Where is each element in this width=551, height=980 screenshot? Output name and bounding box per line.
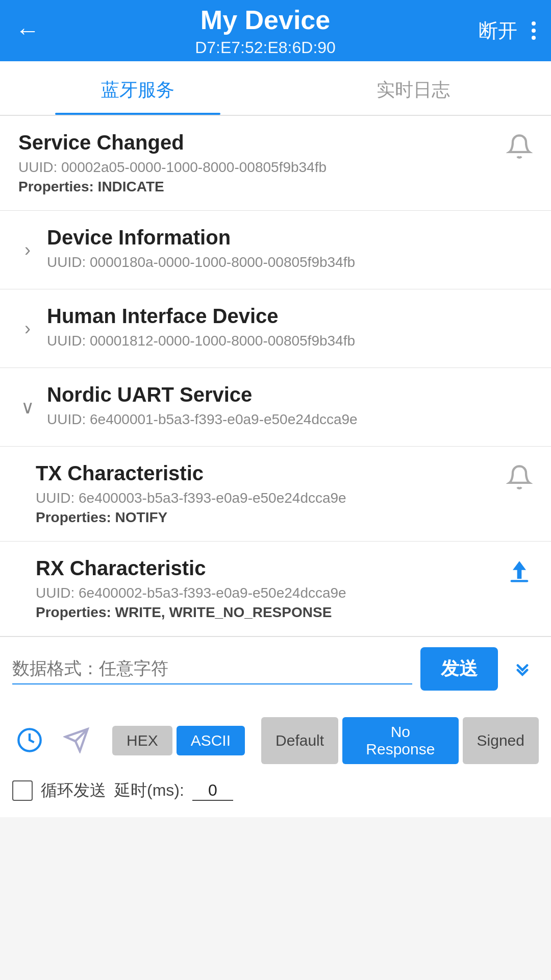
service-changed-name: Service Changed xyxy=(18,131,496,154)
repeat-send-label: 循环发送 xyxy=(41,779,106,802)
nordic-uart-info: Nordic UART Service UUID: 6e400001-b5a3-… xyxy=(47,383,533,431)
dot1 xyxy=(532,21,536,26)
repeat-row: 循环发送 延时(ms): xyxy=(0,774,551,817)
send-button[interactable]: 发送 xyxy=(420,647,498,691)
tab-realtime-log[interactable]: 实时日志 xyxy=(276,61,551,115)
tab-bar: 蓝牙服务 实时日志 xyxy=(0,61,551,116)
ascii-button[interactable]: ASCII xyxy=(177,726,245,755)
signed-button[interactable]: Signed xyxy=(463,717,539,764)
no-response-button[interactable]: No Response xyxy=(342,717,458,764)
send-icon-button[interactable] xyxy=(59,723,94,759)
expand-input-button[interactable] xyxy=(506,652,539,686)
header-title-block: My Device D7:E7:52:E8:6D:90 xyxy=(52,4,479,57)
header-actions: 断开 xyxy=(479,18,536,44)
tx-char-uuid: UUID: 6e400003-b5a3-f393-e0a9-e50e24dcca… xyxy=(36,490,496,506)
device-information-item[interactable]: › Device Information UUID: 0000180a-0000… xyxy=(0,211,551,289)
device-information-uuid: UUID: 0000180a-0000-1000-8000-00805f9b34… xyxy=(47,254,533,271)
app-header: ← My Device D7:E7:52:E8:6D:90 断开 xyxy=(0,0,551,61)
human-interface-name: Human Interface Device xyxy=(47,305,533,328)
dot3 xyxy=(532,36,536,40)
device-information-header: › Device Information UUID: 0000180a-0000… xyxy=(18,226,533,274)
service-changed-item: Service Changed UUID: 00002a05-0000-1000… xyxy=(0,116,551,211)
back-button[interactable]: ← xyxy=(15,18,40,43)
response-group: Default No Response Signed xyxy=(261,717,539,764)
nordic-uart-header: ∨ Nordic UART Service UUID: 6e400001-b5a… xyxy=(18,383,533,431)
tab-bluetooth[interactable]: 蓝牙服务 xyxy=(0,61,276,115)
tx-char-info: TX Characteristic UUID: 6e400003-b5a3-f3… xyxy=(36,462,496,526)
default-button[interactable]: Default xyxy=(261,717,338,764)
dot2 xyxy=(532,29,536,33)
rx-char-name: RX Characteristic xyxy=(36,557,496,580)
bottom-toolbar: HEX ASCII Default No Response Signed xyxy=(0,709,551,774)
human-interface-device-item[interactable]: › Human Interface Device UUID: 00001812-… xyxy=(0,289,551,368)
device-information-name: Device Information xyxy=(47,226,533,249)
service-changed-info: Service Changed UUID: 00002a05-0000-1000… xyxy=(18,131,496,195)
delay-input[interactable] xyxy=(192,781,233,801)
tx-char-bell-button[interactable] xyxy=(506,464,533,493)
tx-characteristic-item: TX Characteristic UUID: 6e400003-b5a3-f3… xyxy=(0,447,551,542)
service-changed-uuid: UUID: 00002a05-0000-1000-8000-00805f9b34… xyxy=(18,159,496,176)
rx-char-props: Properties: WRITE, WRITE_NO_RESPONSE xyxy=(36,604,496,621)
human-interface-uuid: UUID: 00001812-0000-1000-8000-00805f9b34… xyxy=(47,333,533,349)
hex-button[interactable]: HEX xyxy=(112,726,172,755)
rx-char-info: RX Characteristic UUID: 6e400002-b5a3-f3… xyxy=(36,557,496,621)
tx-char-header: TX Characteristic UUID: 6e400003-b5a3-f3… xyxy=(36,462,533,526)
human-interface-info: Human Interface Device UUID: 00001812-00… xyxy=(47,305,533,352)
content-area: Service Changed UUID: 00002a05-0000-1000… xyxy=(0,116,551,817)
delay-label: 延时(ms): xyxy=(114,779,184,802)
rx-char-upload-button[interactable] xyxy=(506,559,533,587)
rx-characteristic-item: RX Characteristic UUID: 6e400002-b5a3-f3… xyxy=(0,542,551,636)
device-title: My Device xyxy=(52,4,479,36)
nordic-uart-uuid: UUID: 6e400001-b5a3-f393-e0a9-e50e24dcca… xyxy=(47,411,533,428)
input-row: 发送 xyxy=(12,647,539,691)
service-changed-bell-button[interactable] xyxy=(506,133,533,162)
human-interface-header: › Human Interface Device UUID: 00001812-… xyxy=(18,305,533,352)
data-input[interactable] xyxy=(12,653,412,684)
nordic-uart-service-item[interactable]: ∨ Nordic UART Service UUID: 6e400001-b5a… xyxy=(0,368,551,447)
input-area: 发送 xyxy=(0,636,551,709)
svg-rect-2 xyxy=(511,580,529,582)
rx-char-uuid: UUID: 6e400002-b5a3-f393-e0a9-e50e24dcca… xyxy=(36,585,496,601)
format-group: HEX ASCII xyxy=(112,726,245,755)
more-menu-button[interactable] xyxy=(532,21,536,40)
device-information-chevron: › xyxy=(18,239,37,261)
disconnect-button[interactable]: 断开 xyxy=(479,18,517,44)
device-information-info: Device Information UUID: 0000180a-0000-1… xyxy=(47,226,533,274)
repeat-send-checkbox[interactable] xyxy=(12,780,33,801)
nordic-uart-chevron: ∨ xyxy=(18,397,37,418)
human-interface-chevron: › xyxy=(18,318,37,339)
nordic-uart-name: Nordic UART Service xyxy=(47,383,533,406)
device-address: D7:E7:52:E8:6D:90 xyxy=(52,38,479,57)
rx-char-header: RX Characteristic UUID: 6e400002-b5a3-f3… xyxy=(36,557,533,621)
service-changed-props: Properties: INDICATE xyxy=(18,179,496,195)
tx-char-name: TX Characteristic xyxy=(36,462,496,485)
service-changed-header: Service Changed UUID: 00002a05-0000-1000… xyxy=(18,131,533,195)
tx-char-props: Properties: NOTIFY xyxy=(36,509,496,526)
clock-button[interactable] xyxy=(12,723,47,759)
